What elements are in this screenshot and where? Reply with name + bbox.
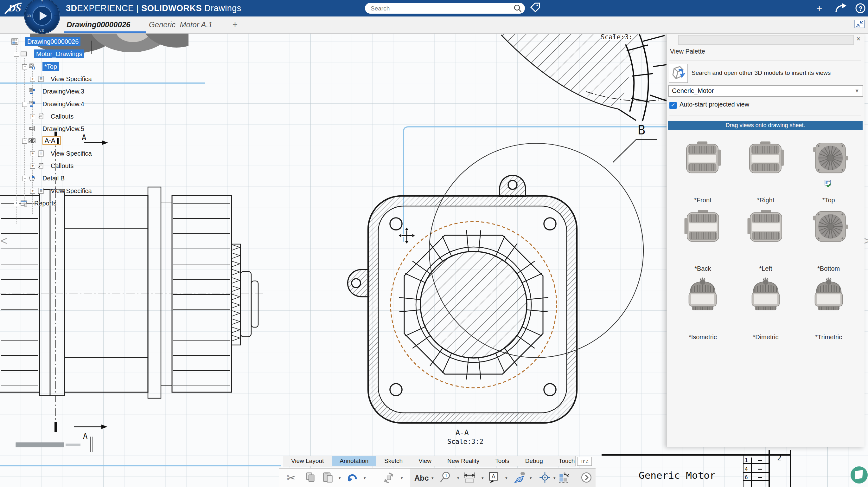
tables-button[interactable] (558, 471, 572, 485)
ribbon-tab-tools[interactable]: Tools (487, 456, 517, 466)
tree-item-callouts[interactable]: +Callouts (3, 112, 107, 121)
update-model-button[interactable] (382, 471, 397, 485)
note-button[interactable]: A (487, 471, 501, 485)
share-icon[interactable] (834, 3, 847, 14)
chevron-down-icon[interactable]: ▾ (553, 476, 558, 480)
horizontal-scrollbar-track[interactable] (66, 443, 81, 446)
tree-item-label[interactable]: View Specifica (51, 75, 92, 83)
view-thumbnail-top[interactable]: *Top (797, 138, 860, 206)
expand-icon[interactable]: + (14, 201, 19, 206)
tree-item-detail-b[interactable]: −Detail B (3, 174, 107, 183)
svg-text:✂: ✂ (286, 472, 295, 484)
tree-item-a-a[interactable]: −A-A (3, 136, 107, 145)
view-thumbnail-dimetric[interactable]: *Dimetric (734, 275, 797, 343)
collapse-icon[interactable]: − (22, 64, 27, 69)
undo-button[interactable] (346, 471, 360, 485)
paste-button[interactable] (321, 471, 336, 485)
tree-item-motor-drawings[interactable]: −Motor_Drawings (3, 50, 107, 58)
chevron-down-icon[interactable]: ▾ (364, 476, 368, 480)
tree-item-drawingview-5[interactable]: DrawingView.5 (3, 124, 107, 133)
expand-icon[interactable]: + (30, 151, 35, 156)
expand-icon[interactable]: + (30, 114, 35, 119)
tree-item-view-specifica[interactable]: +View Specifica (3, 149, 107, 158)
model-selector-dropdown[interactable]: Generic_Motor ▼ (669, 85, 863, 97)
search-icon[interactable] (514, 4, 522, 12)
browse-3d-models-button[interactable] (669, 64, 688, 83)
dassault-systemes-logo-icon[interactable]: DS (3, 0, 25, 17)
tree-item-label[interactable]: DrawingView.4 (42, 99, 84, 109)
chevron-down-icon[interactable]: ▾ (530, 476, 534, 480)
collapse-icon[interactable]: − (22, 176, 27, 181)
view-thumbnail-label: *Back (671, 265, 734, 273)
view-thumbnail-right[interactable]: *Right (734, 138, 797, 206)
auto-start-checkbox[interactable]: ✓ (670, 102, 677, 109)
tree-item-label[interactable]: View Specifica (51, 149, 92, 158)
ribbon-tab-new-reality[interactable]: New Reality (439, 456, 487, 466)
balloon-button[interactable]: 1 (438, 471, 453, 485)
expand-icon[interactable]: + (30, 189, 35, 194)
expand-icon[interactable]: + (30, 77, 35, 82)
tree-item-drawing00000026[interactable]: Drawing00000026 (3, 37, 107, 46)
view-thumbnail-front[interactable]: *Front (671, 138, 734, 206)
view-thumbnail-trimetric[interactable]: *Trimetric (797, 275, 860, 343)
close-icon[interactable]: × (855, 35, 863, 44)
ribbon-tab-annotation[interactable]: Annotation (332, 456, 376, 466)
search-input[interactable] (370, 4, 504, 13)
center-mark-button[interactable] (538, 471, 553, 485)
tab-generic-motor[interactable]: Generic_Motor A.1 (149, 17, 213, 33)
ribbon-tab-view[interactable]: View (410, 456, 439, 466)
3dexperience-compass-icon[interactable]: Y 3D V.R (24, 0, 61, 34)
tree-item--top[interactable]: −*Top (3, 62, 107, 71)
help-icon[interactable]: ? (855, 3, 867, 14)
chevron-down-icon[interactable]: ▾ (505, 476, 510, 480)
section-view-A-A[interactable] (348, 175, 577, 423)
tree-item-label[interactable]: Detail B (42, 174, 65, 183)
smart-dimension-button[interactable] (463, 471, 477, 485)
expand-icon[interactable]: + (30, 164, 35, 169)
tree-item-label[interactable]: DrawingView.5 (42, 124, 84, 133)
tree-item-label[interactable]: Callouts (51, 112, 73, 121)
add-content-button[interactable]: + (813, 3, 826, 14)
tree-item-drawingview-4[interactable]: −DrawingView.4 (3, 99, 107, 109)
tree-item-label[interactable]: *Top (42, 62, 59, 71)
palette-header-bar[interactable] (678, 35, 854, 45)
new-tab-button[interactable]: + (229, 17, 241, 33)
tree-item-callouts[interactable]: +Callouts (3, 162, 107, 170)
canvas-left-chevron[interactable]: < (1, 234, 7, 247)
tab-drawing00000026[interactable]: Drawing00000026 (66, 17, 130, 33)
tree-item-view-specifica[interactable]: +View Specifica (3, 75, 107, 83)
restore-window-icon[interactable] (855, 20, 865, 29)
view-thumbnail-left[interactable]: *Left (734, 206, 797, 275)
chevron-down-icon[interactable]: ▾ (482, 476, 486, 480)
tree-item-label[interactable]: Reports (34, 199, 56, 208)
tree-item-label[interactable]: Drawing00000026 (25, 37, 81, 46)
spell-check-button[interactable]: Abc (414, 471, 429, 485)
ribbon-tab-sketch[interactable]: Sketch (376, 456, 410, 466)
ribbon-tab-debug[interactable]: Debug (517, 456, 551, 466)
chevron-down-icon[interactable]: ▾ (457, 476, 462, 480)
cut-button[interactable]: ✂ (285, 471, 300, 485)
tree-item-reports[interactable]: +Reports (3, 199, 107, 208)
chevron-down-icon[interactable]: ▾ (401, 476, 405, 480)
chevron-down-icon[interactable]: ▾ (431, 476, 436, 480)
ribbon-tab-view-layout[interactable]: View Layout (283, 456, 332, 466)
view-thumbnail-isometric[interactable]: *Isometric (671, 275, 734, 343)
tree-item-label[interactable]: View Specifica (51, 187, 92, 195)
format-painter-button[interactable] (513, 471, 527, 485)
tree-item-label[interactable]: DrawingView.3 (42, 87, 84, 96)
collapse-icon[interactable]: − (14, 52, 19, 57)
collapse-icon[interactable]: − (22, 139, 27, 144)
chevron-down-icon[interactable]: ▾ (339, 476, 343, 480)
more-button[interactable] (580, 471, 594, 485)
tree-item-label[interactable]: Callouts (51, 162, 73, 170)
tree-item-label[interactable]: Motor_Drawings (34, 50, 84, 58)
view-thumbnail-back[interactable]: *Back (671, 206, 734, 275)
view-thumbnail-bottom[interactable]: *Bottom (797, 206, 860, 275)
copy-button[interactable] (304, 471, 318, 485)
tree-item-rename-input[interactable]: A-A (42, 136, 61, 145)
tree-item-view-specifica[interactable]: +View Specifica (3, 187, 107, 195)
horizontal-scrollbar-thumb[interactable] (16, 442, 64, 447)
tag-icon[interactable] (530, 2, 541, 14)
collapse-icon[interactable]: − (22, 102, 27, 107)
tree-item-drawingview-3[interactable]: DrawingView.3 (3, 87, 107, 96)
